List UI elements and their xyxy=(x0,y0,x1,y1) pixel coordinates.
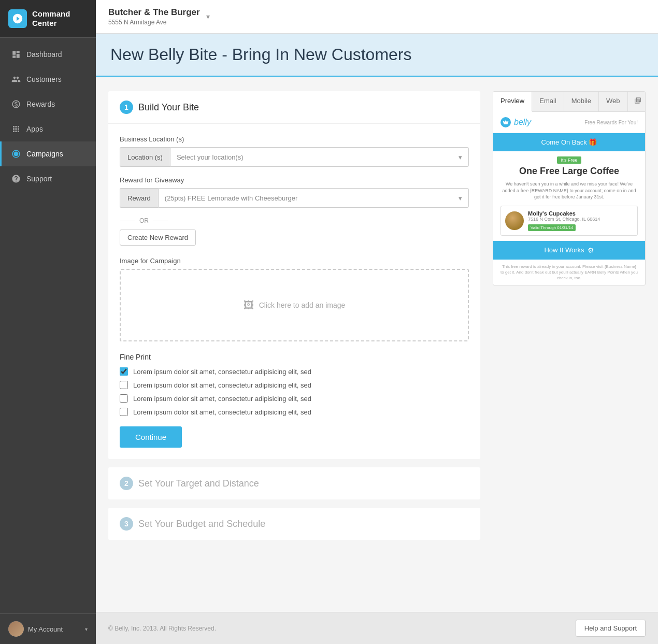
preview-panel: Preview Email Mobile Web xyxy=(493,91,646,285)
how-it-works-button: How It Works ⚙ xyxy=(493,241,645,260)
sidebar-item-rewards[interactable]: Rewards xyxy=(0,92,96,117)
chevron-down-icon: ▾ xyxy=(459,194,462,202)
help-and-support-button[interactable]: Help and Support xyxy=(576,620,646,637)
sidebar-navigation: Dashboard Customers Rewards Apps xyxy=(0,38,96,613)
sidebar-item-apps[interactable]: Apps xyxy=(0,117,96,141)
support-icon xyxy=(11,174,21,184)
business-name: Molly's Cupcakes xyxy=(528,210,633,217)
reward-field-label: Reward xyxy=(120,188,158,208)
tab-mobile[interactable]: Mobile xyxy=(564,92,599,111)
step-3-section: 3 Set Your Budget and Schedule xyxy=(108,508,480,540)
sidebar-item-customers[interactable]: Customers xyxy=(0,67,96,92)
fine-print-item: Lorem ipsum dolor sit amet, consectetur … xyxy=(120,408,469,416)
business-logo xyxy=(505,211,524,230)
belly-logo-text: belly xyxy=(514,118,531,127)
page-title: New Belly Bite - Bring In New Customers xyxy=(110,45,643,64)
email-footer-text: This free reward is already in your acco… xyxy=(493,260,645,285)
location-dropdown-chevron[interactable]: ▾ xyxy=(206,12,210,21)
account-menu[interactable]: My Account ▾ xyxy=(0,613,96,644)
reward-row: Reward (25pts) FREE Lemonade with Cheese… xyxy=(120,188,469,208)
image-placeholder: Click here to add an image xyxy=(259,301,346,309)
left-panel: 1 Build Your Bite Business Location (s) … xyxy=(108,91,480,597)
apps-icon xyxy=(11,124,21,134)
page-header: New Belly Bite - Bring In New Customers xyxy=(96,34,658,77)
chevron-down-icon: ▾ xyxy=(85,626,88,632)
tab-email[interactable]: Email xyxy=(532,92,564,111)
how-it-works-text: How It Works xyxy=(544,246,584,254)
or-divider: OR xyxy=(120,217,469,224)
location-select[interactable]: Select your location(s) ▾ xyxy=(170,147,469,167)
tab-preview[interactable]: Preview xyxy=(493,92,532,112)
step-3-header: 3 Set Your Budget and Schedule xyxy=(108,508,480,540)
preview-tabs: Preview Email Mobile Web xyxy=(493,92,645,112)
step-1-body: Business Location (s) Location (s) Selec… xyxy=(108,124,480,459)
step-2-section: 2 Set Your Target and Distance xyxy=(108,467,480,499)
sidebar-logo: CommandCenter xyxy=(0,0,96,38)
location-placeholder: Select your location(s) xyxy=(177,153,244,161)
sidebar: CommandCenter Dashboard Customers Reward… xyxy=(0,0,96,644)
location-name: Butcher & The Burger xyxy=(108,7,200,18)
continue-button[interactable]: Continue xyxy=(120,426,182,448)
its-free-badge: It's Free xyxy=(557,156,581,164)
email-reward-title: One Free Large Coffee xyxy=(493,164,645,181)
fine-print-text-2: Lorem ipsum dolor sit amet, consectetur … xyxy=(133,381,311,389)
fine-print-text-3: Lorem ipsum dolor sit amet, consectetur … xyxy=(133,395,311,403)
create-new-reward-button[interactable]: Create New Reward xyxy=(120,230,196,246)
step-2-title: Set Your Target and Distance xyxy=(138,478,259,489)
location-row: Location (s) Select your location(s) ▾ xyxy=(120,147,469,167)
free-rewards-text: Free Rewards For You! xyxy=(584,120,638,125)
rewards-icon xyxy=(11,99,21,109)
fine-print-checkbox-1[interactable] xyxy=(120,367,128,376)
main-content: Butcher & The Burger 5555 N Armitage Ave… xyxy=(96,0,658,644)
fine-print-text-1: Lorem ipsum dolor sit amet, consectetur … xyxy=(133,368,311,376)
footer-copyright: © Belly, Inc. 2013. All Rights Reserved. xyxy=(108,625,216,632)
step-2-number: 2 xyxy=(120,477,133,490)
step-1-title: Build Your Bite xyxy=(138,102,199,113)
belly-bird-icon xyxy=(500,117,511,127)
customers-icon xyxy=(11,74,21,84)
fine-print-text-4: Lorem ipsum dolor sit amet, consectetur … xyxy=(133,408,311,416)
account-name: My Account xyxy=(28,625,85,633)
step-1-header: 1 Build Your Bite xyxy=(108,91,480,124)
valid-through-badge: Valid Through 01/31/14 xyxy=(528,224,576,231)
location-info: Butcher & The Burger 5555 N Armitage Ave xyxy=(108,7,200,26)
fine-print-item: Lorem ipsum dolor sit amet, consectetur … xyxy=(120,381,469,389)
step-1-number: 1 xyxy=(120,101,133,114)
tab-web[interactable]: Web xyxy=(599,92,628,111)
step-1-section: 1 Build Your Bite Business Location (s) … xyxy=(108,91,480,459)
business-address: 7516 N Com St, Chicago, IL 60614 xyxy=(528,217,633,222)
sidebar-item-support[interactable]: Support xyxy=(0,166,96,191)
location-header: Butcher & The Burger 5555 N Armitage Ave… xyxy=(96,0,658,34)
fine-print-label: Fine Print xyxy=(120,353,469,361)
business-location-label: Business Location (s) xyxy=(120,135,469,143)
or-text: OR xyxy=(139,217,149,224)
chevron-down-icon: ▾ xyxy=(459,153,462,161)
fine-print-item: Lorem ipsum dolor sit amet, consectetur … xyxy=(120,394,469,403)
business-card: Molly's Cupcakes 7516 N Com St, Chicago,… xyxy=(500,206,638,236)
image-icon: 🖼 xyxy=(244,299,254,311)
belly-logo: belly xyxy=(500,117,531,127)
sidebar-item-campaigns[interactable]: Campaigns xyxy=(0,141,96,166)
image-upload-area[interactable]: 🖼 Click here to add an image xyxy=(120,269,469,341)
fine-print-item: Lorem ipsum dolor sit amet, consectetur … xyxy=(120,367,469,376)
fine-print-checkbox-3[interactable] xyxy=(120,394,128,403)
reward-select[interactable]: (25pts) FREE Lemonade with Cheeseburger … xyxy=(158,188,469,208)
app-footer: © Belly, Inc. 2013. All Rights Reserved.… xyxy=(96,612,658,644)
command-center-logo-icon xyxy=(8,9,27,28)
business-info: Molly's Cupcakes 7516 N Com St, Chicago,… xyxy=(528,210,633,231)
reward-value: (25pts) FREE Lemonade with Cheeseburger xyxy=(165,194,298,202)
image-label: Image for Campaign xyxy=(120,257,469,265)
location-field-label: Location (s) xyxy=(120,147,170,167)
sidebar-item-dashboard[interactable]: Dashboard xyxy=(0,42,96,67)
step-3-number: 3 xyxy=(120,517,133,531)
fine-print-checkbox-2[interactable] xyxy=(120,381,128,389)
reward-label: Reward for Giveaway xyxy=(120,176,469,184)
email-header: belly Free Rewards For You! xyxy=(493,112,645,133)
fine-print-checkbox-4[interactable] xyxy=(120,408,128,416)
preview-extra-icon[interactable] xyxy=(628,92,646,111)
gear-icon: ⚙ xyxy=(588,246,594,254)
step-3-title: Set Your Budget and Schedule xyxy=(138,519,265,529)
step-2-header: 2 Set Your Target and Distance xyxy=(108,467,480,499)
avatar xyxy=(8,621,24,637)
sidebar-logo-text: CommandCenter xyxy=(32,9,70,28)
